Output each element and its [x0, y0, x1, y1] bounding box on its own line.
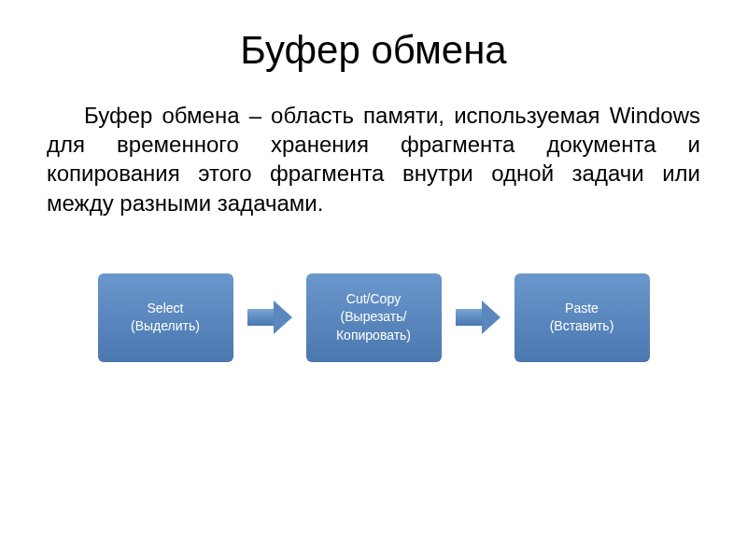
step-sublabel: Копировать): [336, 327, 411, 345]
arrow-icon: [456, 301, 500, 334]
step-select: Select (Выделить): [98, 273, 233, 362]
step-cutcopy: Cut/Copy (Вырезать/ Копировать): [306, 273, 442, 362]
step-paste: Paste (Вставить): [514, 273, 650, 362]
step-sublabel: (Вырезать/: [341, 308, 407, 327]
step-label: Cut/Copy: [346, 290, 401, 309]
step-label: Paste: [565, 300, 599, 318]
arrow-icon: [247, 301, 292, 334]
step-label: Select: [148, 300, 184, 318]
step-sublabel: (Вставить): [550, 317, 614, 336]
step-sublabel: (Выделить): [131, 317, 200, 336]
process-flow: Select (Выделить) Cut/Copy (Вырезать/ Ко…: [47, 273, 700, 362]
description-text: Буфер обмена – область памяти, используе…: [47, 101, 700, 217]
page-title: Буфер обмена: [47, 28, 700, 73]
